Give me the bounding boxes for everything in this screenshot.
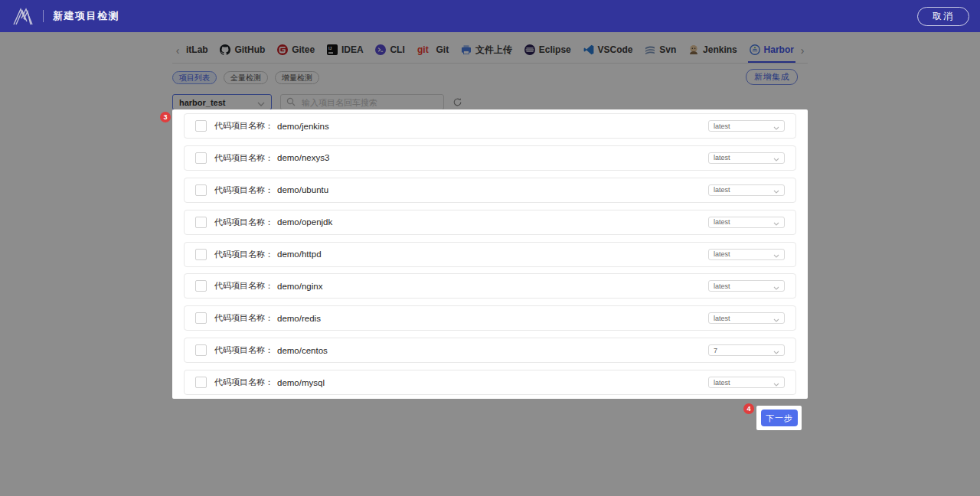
page-title: 新建项目检测 [53,9,119,23]
tag-select-value: latest [714,154,730,162]
project-name-label: 代码项目名称： [214,344,273,356]
chevron-down-icon [773,119,779,133]
chevron-down-icon [773,279,779,293]
chevron-down-icon [773,151,779,165]
project-name: demo/jenkins [277,122,329,131]
project-row: 代码项目名称： demo/httpd latest [184,242,796,267]
project-list-panel: 3 代码项目名称： demo/jenkins latest [172,109,808,399]
project-row: 代码项目名称： demo/ubuntu latest [184,178,796,203]
project-checkbox[interactable] [195,377,207,388]
tag-select-value: 7 [714,347,717,354]
tour-step-badge: 3 [160,112,171,122]
project-name-label: 代码项目名称： [214,120,273,132]
tag-select-value: latest [714,379,730,387]
cancel-button[interactable]: 取消 [917,7,969,26]
project-name: demo/httpd [277,250,322,259]
project-name-label: 代码项目名称： [214,217,273,228]
project-checkbox[interactable] [195,120,207,132]
tour-step-badge: 4 [743,403,754,414]
tag-select-value: latest [714,218,730,226]
project-name: demo/redis [277,314,321,323]
project-row: 代码项目名称： demo/centos 7 [184,338,796,363]
project-checkbox[interactable] [195,344,207,356]
project-row: 代码项目名称： demo/openjdk latest [184,210,796,235]
project-row: 代码项目名称： demo/nexys3 latest [184,145,796,171]
tag-select[interactable]: latest [708,377,785,388]
tag-select[interactable]: latest [708,152,785,164]
chevron-down-icon [773,247,779,261]
app-header: 新建项目检测 取消 [0,0,980,32]
project-name-label: 代码项目名称： [214,377,273,388]
project-name: demo/openjdk [277,217,332,227]
chevron-down-icon [773,376,779,390]
project-name-label: 代码项目名称： [214,249,273,260]
next-step-panel: 4 下一步 [756,406,802,430]
project-checkbox[interactable] [195,184,207,196]
project-name-label: 代码项目名称： [214,184,273,196]
tag-select[interactable]: latest [708,217,785,228]
app-logo-icon [11,5,37,28]
project-row: 代码项目名称： demo/redis latest [184,305,796,331]
project-row: 代码项目名称： demo/nginx latest [184,273,796,299]
chevron-down-icon [773,312,779,325]
tag-select[interactable]: latest [708,312,785,324]
chevron-down-icon [773,215,779,229]
project-row: 代码项目名称： demo/mysql latest [184,370,796,395]
project-name: demo/mysql [277,378,325,387]
project-name-label: 代码项目名称： [214,312,273,324]
tag-select-value: latest [714,122,730,130]
tag-select[interactable]: latest [708,184,785,196]
tag-select[interactable]: latest [708,120,785,132]
project-row: 代码项目名称： demo/jenkins latest [184,113,796,139]
tag-select[interactable]: latest [708,280,785,292]
next-step-button[interactable]: 下一步 [761,410,798,426]
app-root: 新建项目检测 取消 ‹ itLab GitHub [0,0,980,496]
tag-select-value: latest [714,186,730,194]
project-checkbox[interactable] [195,280,207,292]
chevron-down-icon [773,183,779,197]
tag-select-value: latest [714,315,730,322]
project-checkbox[interactable] [195,312,207,324]
project-name: demo/ubuntu [277,185,328,194]
project-name-label: 代码项目名称： [214,280,273,292]
tag-select-value: latest [714,250,730,258]
project-name-label: 代码项目名称： [214,152,273,164]
project-checkbox[interactable] [195,152,207,164]
project-checkbox[interactable] [195,217,207,228]
project-name: demo/nexys3 [277,153,329,162]
project-checkbox[interactable] [195,249,207,260]
project-name: demo/centos [277,346,328,355]
tag-select-value: latest [714,282,730,290]
header-divider [43,10,44,22]
tag-select[interactable]: latest [708,249,785,260]
tag-select[interactable]: 7 [708,344,785,356]
project-name: demo/nginx [277,282,322,291]
chevron-down-icon [773,344,779,357]
